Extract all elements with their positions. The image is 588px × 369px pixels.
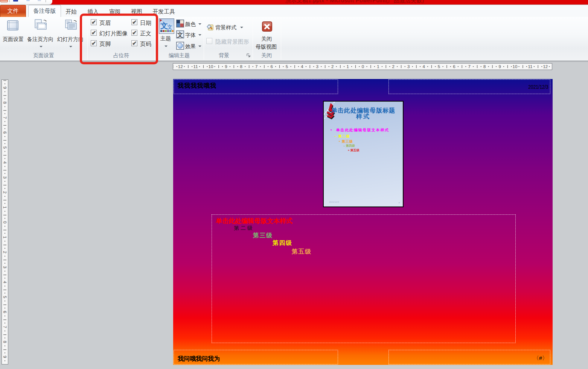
- svg-text:1: 1: [3, 206, 7, 208]
- svg-text:3: 3: [3, 176, 7, 179]
- svg-text:6: 6: [3, 131, 7, 134]
- svg-text:5: 5: [3, 296, 7, 298]
- svg-text:6: 6: [270, 64, 273, 69]
- svg-text:0: 0: [3, 221, 7, 223]
- svg-text:8: 8: [3, 341, 7, 343]
- svg-text:7: 7: [468, 64, 471, 69]
- svg-text:5: 5: [438, 64, 440, 69]
- svg-text:3: 3: [407, 64, 410, 69]
- svg-text:8: 8: [240, 64, 242, 69]
- svg-text:12: 12: [543, 64, 548, 69]
- svg-text:4: 4: [3, 161, 7, 164]
- svg-text:4: 4: [422, 64, 425, 69]
- svg-text:5: 5: [3, 146, 7, 149]
- svg-text:6: 6: [453, 64, 455, 69]
- svg-text:9: 9: [3, 356, 7, 358]
- svg-text:10: 10: [513, 64, 518, 69]
- svg-text:1: 1: [3, 236, 7, 238]
- svg-text:3: 3: [3, 266, 7, 268]
- svg-text:4: 4: [3, 281, 7, 284]
- svg-text:6: 6: [3, 311, 7, 313]
- svg-text:9: 9: [3, 87, 7, 89]
- svg-text:文: 文: [167, 24, 172, 30]
- svg-text:2: 2: [3, 191, 7, 193]
- svg-text:1: 1: [346, 64, 349, 69]
- svg-text:7: 7: [255, 64, 257, 69]
- svg-text:11: 11: [193, 64, 198, 69]
- svg-text:1: 1: [377, 64, 379, 69]
- svg-text:12: 12: [178, 64, 183, 69]
- svg-text:2: 2: [3, 251, 7, 253]
- svg-text:2: 2: [331, 64, 334, 69]
- svg-text:5: 5: [286, 64, 288, 69]
- svg-text:0: 0: [362, 64, 364, 69]
- svg-text:9: 9: [225, 64, 227, 69]
- svg-text:7: 7: [3, 117, 7, 119]
- svg-text:10: 10: [209, 64, 213, 69]
- svg-text:3: 3: [316, 64, 318, 69]
- svg-text:文: 文: [160, 21, 168, 30]
- svg-text:4: 4: [301, 64, 303, 69]
- svg-text:文: 文: [177, 31, 183, 38]
- svg-text:2: 2: [392, 64, 395, 69]
- svg-text:8: 8: [3, 102, 7, 104]
- svg-text:7: 7: [3, 326, 7, 328]
- svg-text:8: 8: [483, 64, 486, 69]
- svg-text:9: 9: [498, 64, 501, 69]
- svg-text:11: 11: [528, 64, 532, 69]
